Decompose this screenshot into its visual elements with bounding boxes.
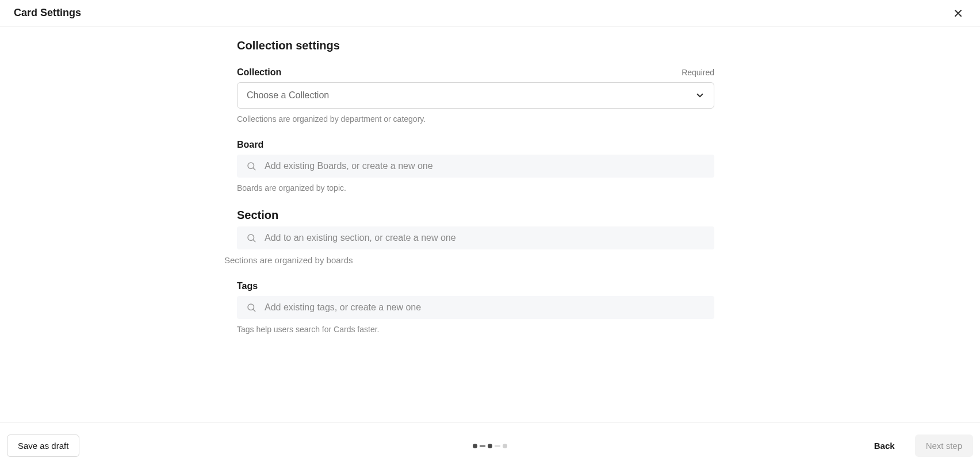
page-title: Card Settings [14, 7, 81, 19]
step-line-2 [495, 445, 500, 447]
label-row: Collection Required [237, 67, 714, 78]
collection-group: Collection Required Choose a Collection … [237, 67, 714, 124]
search-icon [246, 233, 257, 243]
close-button[interactable] [950, 5, 966, 21]
board-input-wrapper [237, 155, 714, 178]
tags-input-wrapper [237, 296, 714, 319]
svg-line-5 [253, 240, 255, 242]
board-input[interactable] [265, 161, 705, 171]
next-step-button[interactable]: Next step [915, 435, 973, 457]
main-content: Collection settings Collection Required … [0, 26, 980, 350]
search-icon [246, 161, 257, 171]
section-title: Collection settings [237, 39, 714, 52]
svg-line-3 [253, 168, 255, 170]
tags-helper: Tags help users search for Cards faster. [237, 325, 714, 334]
section-input-wrapper [237, 226, 714, 249]
save-draft-button[interactable]: Save as draft [7, 435, 79, 457]
step-dot-2 [488, 444, 492, 448]
board-helper: Boards are organized by topic. [237, 183, 714, 193]
tags-input[interactable] [265, 302, 705, 313]
label-row: Board [237, 140, 714, 150]
modal-header: Card Settings [0, 0, 980, 26]
step-indicator [473, 444, 507, 448]
tags-group: Tags Tags help users search for Cards fa… [237, 281, 714, 334]
footer-right: Back Next step [863, 435, 973, 457]
step-dot-3 [503, 444, 507, 448]
board-group: Board Boards are organized by topic. [237, 140, 714, 193]
modal-footer: Save as draft Back Next step [0, 422, 980, 469]
section-group: Section Sections are organized by boards [237, 209, 714, 265]
footer-left: Save as draft [7, 435, 79, 457]
svg-line-7 [253, 309, 255, 312]
collection-helper: Collections are organized by department … [237, 114, 714, 124]
tags-label: Tags [237, 281, 258, 291]
section-label: Section [237, 209, 278, 222]
collection-select[interactable]: Choose a Collection [237, 82, 714, 109]
collection-placeholder: Choose a Collection [247, 90, 329, 101]
required-indicator: Required [682, 68, 714, 77]
back-button[interactable]: Back [863, 435, 906, 457]
form-container: Collection settings Collection Required … [237, 39, 714, 350]
collection-label: Collection [237, 67, 281, 78]
label-row: Section [237, 209, 714, 222]
label-row: Tags [237, 281, 714, 291]
search-icon [246, 302, 257, 313]
section-helper: Sections are organized by boards [224, 255, 714, 265]
board-label: Board [237, 140, 263, 150]
collection-select-wrapper: Choose a Collection [237, 82, 714, 109]
section-input[interactable] [265, 233, 705, 243]
step-line-1 [480, 445, 485, 447]
close-icon [952, 7, 964, 19]
step-dot-1 [473, 444, 477, 448]
